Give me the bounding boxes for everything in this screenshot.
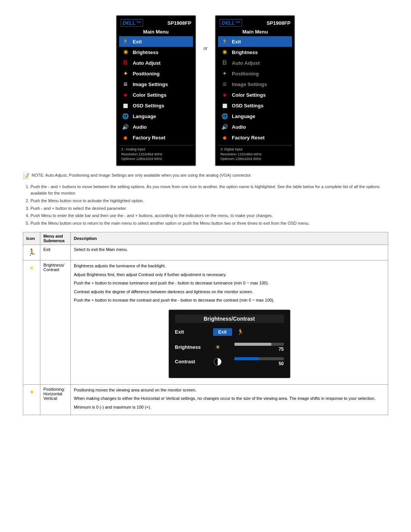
- left-positioning-label: Positioning: [133, 71, 160, 77]
- right-exit-label: Exit: [232, 39, 241, 45]
- brightness-slider-bar[interactable]: [234, 343, 284, 346]
- right-dell-logo: D€LL™: [220, 19, 242, 27]
- instruction-3: Push - and + button to select the desire…: [30, 205, 388, 212]
- left-panel-title: Main Menu: [119, 29, 193, 35]
- right-menu-osd-settings[interactable]: ▦ OSD Settings: [218, 100, 292, 111]
- right-menu-language[interactable]: 🌐 Language: [218, 111, 292, 121]
- left-footer-line1: 2 : Analog Input: [121, 147, 191, 152]
- exit-icon-cell: 🏃: [23, 245, 40, 260]
- right-audio-icon: 🔊: [220, 123, 229, 131]
- left-auto-adjust-icon: B: [121, 59, 130, 67]
- left-color-settings-icon: ●: [121, 91, 130, 99]
- table-row-brightness: ☀ Brightness/Contrast Brightness adjusts…: [23, 260, 388, 385]
- popup-title: Brightness/Contrast: [175, 315, 284, 323]
- popup-contrast-row: Contrast 50: [175, 357, 284, 366]
- contrast-slider-bar[interactable]: [234, 357, 284, 360]
- col-header-menu: Menu and Submenus: [40, 232, 71, 245]
- right-menu-audio[interactable]: 🔊 Audio: [218, 121, 292, 132]
- left-brightness-icon: ☀: [121, 48, 130, 56]
- right-audio-label: Audio: [232, 124, 246, 130]
- left-color-settings-label: Color Settings: [133, 92, 167, 98]
- positioning-icon-cell: ✦: [23, 384, 40, 415]
- left-monitor-panel: D€LL™ SP1908FP Main Menu 🏃 Exit ☀ Bright…: [116, 15, 196, 166]
- right-menu-exit[interactable]: 🏃 Exit: [218, 36, 292, 47]
- positioning-icon: ✦: [26, 387, 37, 398]
- exit-description-cell: Select to exit the Main menu.: [71, 245, 388, 260]
- left-audio-label: Audio: [133, 124, 147, 130]
- contrast-slider-container: 50: [226, 357, 284, 366]
- left-osd-settings-label: OSD Settings: [133, 103, 164, 109]
- right-osd-settings-icon: ▦: [220, 101, 229, 110]
- brightness-slider-fill: [234, 343, 272, 346]
- brightness-desc-1: Brightness adjusts the luminance of the …: [74, 263, 385, 269]
- right-language-icon: 🌐: [220, 112, 229, 120]
- instruction-4: Push Menu to enter the slide bar and the…: [30, 212, 388, 219]
- left-panel-header: D€LL™ SP1908FP: [119, 19, 193, 27]
- left-panel-footer: 2 : Analog Input Resolution 1152x864 60H…: [119, 145, 193, 161]
- right-brightness-icon: ☀: [220, 48, 229, 56]
- popup-exit-btn[interactable]: Exit: [213, 328, 232, 336]
- left-menu-image-settings[interactable]: ≡ Image Settings: [119, 79, 193, 89]
- left-exit-label: Exit: [133, 39, 142, 45]
- right-monitor-panel: D€LL™ SP1908FP Main Menu 🏃 Exit ☀ Bright…: [215, 15, 295, 166]
- left-auto-adjust-label: Auto Adjust: [133, 60, 161, 66]
- right-color-settings-icon: ●: [220, 91, 229, 99]
- brightness-desc-5: Push the + button to increase the contra…: [74, 297, 385, 304]
- positioning-menu-cell: Positioning:HorizontalVertical: [40, 384, 71, 415]
- left-menu-audio[interactable]: 🔊 Audio: [119, 121, 193, 132]
- popup-contrast-icon: [213, 357, 222, 366]
- left-positioning-icon: ✦: [121, 69, 130, 78]
- left-menu-brightness[interactable]: ☀ Brightness: [119, 47, 193, 58]
- right-menu-brightness[interactable]: ☀ Brightness: [218, 47, 292, 58]
- positioning-desc-3: Minimum is 0 (-) and maximum is 100 (+).: [74, 404, 385, 411]
- brightness-icon-cell: ☀: [23, 260, 40, 385]
- popup-exit-icon: 🏃: [236, 328, 245, 337]
- exit-icon: 🏃: [26, 247, 37, 258]
- right-positioning-icon: ✦: [220, 69, 229, 78]
- left-menu-factory-reset[interactable]: ● Factory Reset: [119, 132, 193, 143]
- right-brightness-label: Brightness: [232, 50, 258, 55]
- brightness-icon: ☀: [26, 263, 37, 273]
- left-menu-language[interactable]: 🌐 Language: [119, 111, 193, 121]
- right-panel-title: Main Menu: [218, 29, 292, 35]
- note-text: NOTE: Auto Adjust, Positioning and Image…: [32, 173, 252, 179]
- instructions-list: Push the - and + buttons to move between…: [30, 184, 388, 227]
- col-header-description: Description: [71, 232, 388, 245]
- right-menu-positioning[interactable]: ✦ Positioning: [218, 68, 292, 79]
- col-header-icon: Icon: [23, 232, 40, 245]
- left-model-name: SP1908FP: [167, 20, 191, 26]
- right-osd-settings-label: OSD Settings: [232, 103, 263, 109]
- right-positioning-label: Positioning: [232, 71, 259, 77]
- right-factory-reset-icon: ●: [220, 133, 229, 142]
- right-menu-image-settings[interactable]: ≡ Image Settings: [218, 79, 292, 89]
- left-image-settings-icon: ≡: [121, 80, 130, 88]
- left-menu-osd-settings[interactable]: ▦ OSD Settings: [119, 100, 193, 111]
- right-factory-reset-label: Factory Reset: [232, 135, 264, 141]
- right-exit-icon: 🏃: [220, 37, 229, 46]
- right-color-settings-label: Color Settings: [232, 92, 266, 98]
- left-menu-color-settings[interactable]: ● Color Settings: [119, 89, 193, 100]
- left-menu-auto-adjust[interactable]: B Auto Adjust: [119, 58, 193, 68]
- brightness-desc-3: Push the + button to increase luminance …: [74, 280, 385, 286]
- osd-table: Icon Menu and Submenus Description 🏃 Exi…: [23, 232, 388, 415]
- brightness-slider-container: 75: [226, 343, 284, 352]
- left-menu-exit[interactable]: 🏃 Exit: [119, 36, 193, 47]
- left-audio-icon: 🔊: [121, 123, 130, 131]
- right-menu-color-settings[interactable]: ● Color Settings: [218, 89, 292, 100]
- left-menu-positioning[interactable]: ✦ Positioning: [119, 68, 193, 79]
- brightness-contrast-popup: Brightness/Contrast Exit Exit 🏃 Brightne…: [169, 310, 290, 378]
- exit-menu-cell: Exit: [40, 245, 71, 260]
- popup-exit-label: Exit: [175, 329, 209, 335]
- right-menu-factory-reset[interactable]: ● Factory Reset: [218, 132, 292, 143]
- note-section: 📝 NOTE: Auto Adjust, Positioning and Ima…: [23, 173, 388, 179]
- contrast-value: 50: [279, 361, 284, 366]
- left-exit-icon: 🏃: [121, 37, 130, 46]
- brightness-desc-2: Adjust Brightness first, then adjust Con…: [74, 272, 385, 278]
- positioning-desc-1: Positioning moves the viewing area aroun…: [74, 387, 385, 393]
- right-footer-line2: Resolution 1152x864 60Hz: [220, 152, 290, 157]
- right-menu-auto-adjust[interactable]: B Auto Adjust: [218, 58, 292, 68]
- positioning-desc-2: When making changes to either the Horizo…: [74, 395, 385, 402]
- instruction-1: Push the - and + buttons to move between…: [30, 184, 388, 197]
- right-image-settings-label: Image Settings: [232, 81, 267, 87]
- brightness-description-cell: Brightness adjusts the luminance of the …: [71, 260, 388, 385]
